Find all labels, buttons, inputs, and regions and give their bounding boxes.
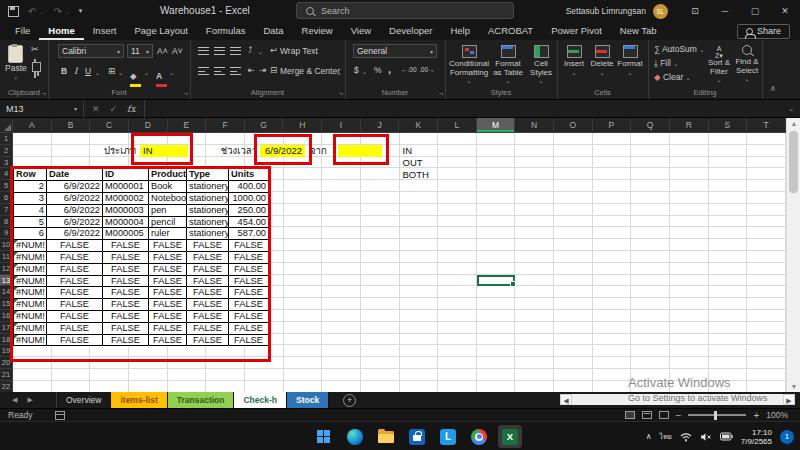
align-center-icon[interactable] bbox=[214, 67, 225, 75]
column-header-A[interactable]: A bbox=[13, 118, 52, 132]
collapse-ribbon-icon[interactable]: ∧ bbox=[770, 84, 776, 93]
sort-filter-button[interactable]: AZ▾ Sort & Filter⌄ bbox=[706, 45, 732, 85]
increase-indent-icon[interactable]: ⇥ bbox=[259, 65, 266, 75]
option-cell-out[interactable]: OUT bbox=[400, 157, 438, 169]
scroll-left-icon[interactable]: ◀ bbox=[560, 394, 572, 405]
maximize-button[interactable]: ▢ bbox=[740, 0, 770, 22]
sheet-tab-overview[interactable]: Overview bbox=[56, 392, 111, 408]
clear-button[interactable]: ◆ Clear ⌄ bbox=[654, 72, 691, 82]
conditional-formatting-button[interactable]: Conditional Formatting⌄ bbox=[449, 45, 489, 86]
zoom-level[interactable]: 100% bbox=[766, 410, 788, 420]
column-header-E[interactable]: E bbox=[168, 118, 207, 132]
percent-style-icon[interactable]: % bbox=[374, 65, 382, 75]
share-button[interactable]: Share bbox=[737, 24, 790, 39]
excel-app-button[interactable]: X bbox=[498, 425, 522, 448]
paste-button[interactable]: Paste⌄ bbox=[5, 45, 27, 80]
line-app-button[interactable]: L bbox=[436, 425, 460, 448]
confirm-entry-icon[interactable]: ✓ bbox=[110, 104, 118, 114]
align-right-icon[interactable] bbox=[230, 67, 241, 75]
vertical-scrollbar[interactable]: ▲ ▼ bbox=[786, 118, 800, 392]
column-header-B[interactable]: B bbox=[52, 118, 91, 132]
user-name[interactable]: Settasub Limrungsan bbox=[566, 6, 646, 16]
close-button[interactable]: ✕ bbox=[770, 0, 800, 22]
number-format-select[interactable]: General▾ bbox=[353, 44, 437, 58]
next-sheet-icon[interactable]: ▶ bbox=[27, 396, 32, 404]
column-header-O[interactable]: O bbox=[554, 118, 593, 132]
name-box[interactable]: M13▾ bbox=[0, 100, 84, 118]
menu-tab-insert[interactable]: Insert bbox=[84, 22, 126, 40]
autosum-button[interactable]: ∑ AutoSum ⌄ bbox=[654, 44, 704, 54]
wrap-text-icon[interactable]: ↩ bbox=[270, 45, 277, 55]
option-cell-both[interactable]: BOTH bbox=[400, 169, 438, 181]
start-button[interactable] bbox=[312, 425, 336, 448]
italic-button[interactable]: I bbox=[74, 66, 77, 76]
sheet-tab-stock[interactable]: Stock bbox=[287, 392, 329, 408]
decrease-indent-icon[interactable]: ⇤ bbox=[248, 65, 255, 75]
insert-function-icon[interactable]: fx bbox=[127, 104, 135, 114]
column-header-J[interactable]: J bbox=[361, 118, 400, 132]
wifi-icon[interactable] bbox=[680, 432, 692, 442]
row-header-22[interactable]: 22 bbox=[0, 381, 12, 392]
menu-tab-data[interactable]: Data bbox=[254, 22, 292, 40]
save-icon[interactable] bbox=[8, 6, 19, 17]
column-header-C[interactable]: C bbox=[90, 118, 129, 132]
cut-icon[interactable]: ✂ bbox=[31, 44, 39, 54]
scroll-right-icon[interactable]: ▶ bbox=[783, 394, 795, 405]
column-header-Q[interactable]: Q bbox=[631, 118, 670, 132]
select-all-corner[interactable] bbox=[0, 118, 13, 133]
clock[interactable]: 17:10 7/9/2565 bbox=[741, 428, 772, 446]
column-header-T[interactable]: T bbox=[747, 118, 786, 132]
macro-record-icon[interactable] bbox=[55, 411, 65, 420]
find-select-button[interactable]: Find & Select⌄ bbox=[734, 45, 760, 84]
cell-styles-button[interactable]: Cell Styles⌄ bbox=[527, 45, 555, 86]
scroll-up-icon[interactable]: ▲ bbox=[787, 118, 800, 129]
cancel-entry-icon[interactable]: ✕ bbox=[92, 104, 100, 114]
font-family-select[interactable]: Calibri▾ bbox=[58, 44, 124, 58]
column-header-H[interactable]: H bbox=[283, 118, 322, 132]
fill-button[interactable]: ⤓ Fill ⌄ bbox=[654, 58, 678, 69]
wrap-text-button[interactable]: Wrap Text bbox=[280, 46, 318, 56]
column-header-I[interactable]: I bbox=[322, 118, 361, 132]
edge-app-button[interactable] bbox=[343, 425, 367, 448]
align-bottom-icon[interactable] bbox=[230, 47, 241, 55]
chrome-app-button[interactable] bbox=[467, 425, 491, 448]
prev-sheet-icon[interactable]: ◀ bbox=[12, 396, 17, 404]
font-size-select[interactable]: 11▾ bbox=[127, 44, 153, 58]
accounting-format-icon[interactable]: $ bbox=[354, 65, 359, 75]
menu-tab-view[interactable]: View bbox=[342, 22, 380, 40]
menu-tab-acrobat[interactable]: ACROBAT bbox=[479, 22, 542, 40]
undo-icon[interactable]: ↶ bbox=[28, 6, 36, 17]
delete-cells-button[interactable]: Delete⌄ bbox=[589, 45, 615, 77]
font-dialog-launcher[interactable]: ⌐ bbox=[184, 90, 188, 97]
row-header-2[interactable]: 2 bbox=[0, 145, 12, 157]
column-header-N[interactable]: N bbox=[515, 118, 554, 132]
fill-color-icon[interactable]: ◆ bbox=[130, 65, 141, 87]
column-header-D[interactable]: D bbox=[129, 118, 168, 132]
row-header-21[interactable]: 21 bbox=[0, 369, 12, 381]
battery-icon[interactable] bbox=[720, 432, 733, 441]
column-header-L[interactable]: L bbox=[438, 118, 477, 132]
comma-style-icon[interactable]: , bbox=[388, 63, 391, 75]
borders-icon[interactable]: ⊞ bbox=[108, 66, 115, 76]
normal-view-icon[interactable] bbox=[625, 411, 635, 419]
decrease-font-icon[interactable]: A˅ bbox=[172, 46, 183, 56]
sheet-tab-check-h[interactable]: Check-h bbox=[234, 392, 287, 408]
column-header-S[interactable]: S bbox=[709, 118, 748, 132]
menu-tab-file[interactable]: File bbox=[6, 22, 39, 40]
scroll-down-icon[interactable]: ▼ bbox=[787, 381, 800, 392]
merge-center-icon[interactable]: ⊟ bbox=[270, 65, 277, 75]
column-header-M[interactable]: M bbox=[477, 118, 516, 132]
column-header-P[interactable]: P bbox=[593, 118, 632, 132]
vertical-scroll-thumb[interactable] bbox=[789, 131, 798, 193]
align-left-icon[interactable] bbox=[198, 67, 209, 75]
column-header-R[interactable]: R bbox=[670, 118, 709, 132]
copy-icon[interactable] bbox=[34, 59, 36, 78]
column-header-K[interactable]: K bbox=[399, 118, 438, 132]
merge-center-button[interactable]: Merge & Center bbox=[280, 66, 340, 76]
zoom-out-button[interactable]: − bbox=[676, 410, 682, 421]
expand-formula-bar-icon[interactable]: ⌄ bbox=[782, 105, 800, 113]
menu-tab-help[interactable]: Help bbox=[441, 22, 479, 40]
search-input[interactable]: Search bbox=[296, 2, 514, 19]
number-dialog-launcher[interactable]: ⌐ bbox=[439, 90, 443, 97]
increase-font-icon[interactable]: A˄ bbox=[157, 46, 168, 56]
